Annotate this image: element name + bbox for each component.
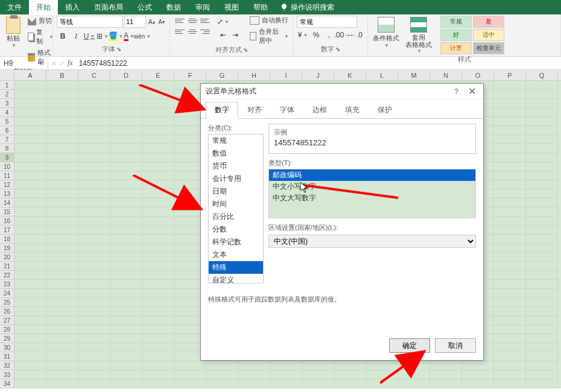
align-bottom-button[interactable] — [199, 16, 211, 25]
cell[interactable] — [14, 352, 46, 361]
cell[interactable] — [494, 235, 526, 244]
cell[interactable] — [142, 289, 174, 298]
tab-formulas[interactable]: 公式 — [130, 0, 159, 14]
cell[interactable] — [142, 379, 174, 388]
cell[interactable] — [110, 316, 142, 325]
name-box[interactable]: H9▼ — [0, 57, 48, 69]
cell[interactable] — [526, 189, 558, 198]
cell[interactable] — [14, 126, 46, 135]
cell[interactable] — [238, 361, 270, 370]
enter-formula-button[interactable]: ✓ — [59, 59, 65, 68]
decrease-font-button[interactable]: A▾ — [157, 16, 166, 27]
align-middle-button[interactable] — [186, 16, 198, 25]
row-header[interactable]: 12 — [0, 180, 14, 189]
cell[interactable] — [14, 226, 46, 235]
cell[interactable] — [46, 334, 78, 343]
cell[interactable] — [110, 90, 142, 99]
cell[interactable] — [14, 280, 46, 289]
cell[interactable] — [78, 90, 110, 99]
decrease-indent-button[interactable]: ⇤ — [217, 29, 229, 41]
cell[interactable] — [46, 325, 78, 334]
cell[interactable] — [14, 379, 46, 388]
type-item[interactable]: 邮政编码 — [269, 169, 475, 181]
style-good[interactable]: 好 — [440, 29, 472, 41]
cell[interactable] — [494, 262, 526, 271]
cell[interactable] — [494, 189, 526, 198]
cell[interactable] — [142, 370, 174, 379]
cell[interactable] — [14, 117, 46, 126]
cell[interactable] — [494, 126, 526, 135]
cell[interactable] — [14, 198, 46, 207]
cell[interactable] — [142, 307, 174, 316]
cell[interactable] — [46, 198, 78, 207]
cell[interactable] — [46, 262, 78, 271]
cell[interactable] — [110, 135, 142, 144]
cell[interactable] — [494, 171, 526, 180]
cell[interactable] — [526, 226, 558, 235]
cell[interactable] — [494, 81, 526, 90]
column-header[interactable]: G — [206, 70, 238, 80]
row-header[interactable]: 8 — [0, 144, 14, 153]
row-header[interactable]: 31 — [0, 352, 14, 361]
cell[interactable] — [78, 334, 110, 343]
cell[interactable] — [46, 343, 78, 352]
cell[interactable] — [494, 135, 526, 144]
cell[interactable] — [302, 379, 334, 388]
cell[interactable] — [526, 244, 558, 253]
cell[interactable] — [14, 334, 46, 343]
cell[interactable] — [78, 298, 110, 307]
cell[interactable] — [14, 289, 46, 298]
cell[interactable] — [526, 90, 558, 99]
align-left-button[interactable] — [174, 27, 186, 36]
tab-view[interactable]: 视图 — [217, 0, 246, 14]
cell[interactable] — [142, 343, 174, 352]
cell[interactable] — [142, 217, 174, 226]
cell[interactable] — [14, 361, 46, 370]
cell[interactable] — [46, 135, 78, 144]
row-header[interactable]: 16 — [0, 217, 14, 226]
type-item[interactable]: 中文大写数字 — [269, 192, 475, 204]
cell[interactable] — [46, 235, 78, 244]
cell[interactable] — [78, 153, 110, 162]
tab-insert[interactable]: 插入 — [58, 0, 87, 14]
cell[interactable] — [526, 289, 558, 298]
cell[interactable] — [142, 235, 174, 244]
cell[interactable] — [14, 298, 46, 307]
cell[interactable] — [46, 117, 78, 126]
cell[interactable] — [14, 253, 46, 262]
column-header[interactable]: B — [46, 70, 78, 80]
row-header[interactable]: 10 — [0, 162, 14, 171]
cell[interactable] — [14, 90, 46, 99]
align-top-button[interactable] — [174, 16, 186, 25]
cell[interactable] — [526, 135, 558, 144]
row-header[interactable]: 14 — [0, 198, 14, 207]
accounting-format-button[interactable]: ¥▼ — [297, 29, 309, 41]
cell[interactable] — [14, 217, 46, 226]
cell[interactable] — [78, 189, 110, 198]
column-header[interactable]: O — [462, 70, 494, 80]
tab-review[interactable]: 审阅 — [188, 0, 217, 14]
phonetic-button[interactable]: wén▼ — [136, 30, 148, 42]
cell[interactable] — [14, 316, 46, 325]
cell[interactable] — [462, 361, 494, 370]
row-header[interactable]: 22 — [0, 271, 14, 280]
cell[interactable] — [526, 108, 558, 117]
cell[interactable] — [78, 108, 110, 117]
cell[interactable] — [78, 171, 110, 180]
cell[interactable] — [110, 298, 142, 307]
cell[interactable] — [78, 117, 110, 126]
cell[interactable] — [110, 271, 142, 280]
cell[interactable] — [78, 226, 110, 235]
cell[interactable] — [526, 334, 558, 343]
cell[interactable] — [46, 226, 78, 235]
cell[interactable] — [46, 298, 78, 307]
cell[interactable] — [78, 207, 110, 217]
column-header[interactable]: N — [430, 70, 462, 80]
type-list[interactable]: 邮政编码中文小写数字中文大写数字 — [268, 169, 476, 218]
type-item[interactable]: 中文小写数字 — [269, 181, 475, 192]
cell[interactable] — [14, 171, 46, 180]
cell[interactable] — [46, 153, 78, 162]
cell[interactable] — [142, 144, 174, 153]
merge-center-button[interactable]: 合并后居中▼ — [250, 27, 289, 45]
cell[interactable] — [526, 153, 558, 162]
